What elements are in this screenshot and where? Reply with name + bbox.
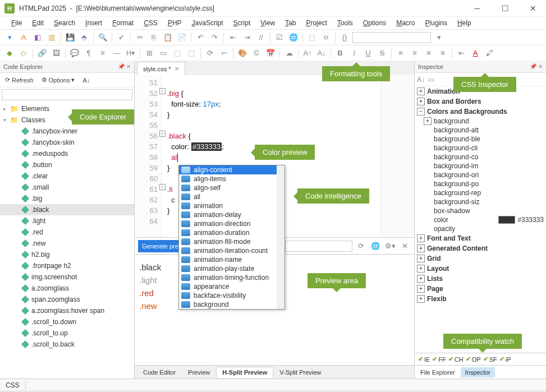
maximize-button[interactable]: ☐ (497, 4, 513, 13)
tree-class-item[interactable]: .scroll_to.down (0, 316, 134, 328)
fold-icon[interactable]: − (159, 88, 166, 94)
inspector-prop[interactable]: background-rep (415, 188, 546, 197)
autocomplete-item[interactable]: animation-timing-function (179, 273, 285, 282)
tree-class-item[interactable]: .fancybox-skin (0, 137, 134, 148)
tree-class-item[interactable]: a.zoomglass (0, 283, 134, 294)
inspector-prop[interactable]: color#333333 (415, 215, 546, 224)
inspector-section[interactable]: +Font and Text (415, 233, 546, 243)
tag2-icon[interactable]: ◇ (17, 47, 30, 59)
align-right-icon[interactable]: ≡ (423, 47, 435, 59)
autocomplete-item[interactable]: animation-fill-mode (179, 237, 285, 246)
preview-settings-icon[interactable]: ⚙▾ (384, 240, 396, 252)
autocomplete-item[interactable]: backface-visibility (179, 291, 285, 300)
autocomplete-item[interactable]: align-items (179, 174, 285, 183)
menu-macro[interactable]: Macro (392, 18, 419, 28)
inspector-prop[interactable]: background-ori (415, 170, 546, 179)
pin-icon[interactable]: 📌 (118, 63, 125, 70)
file-tab[interactable]: style.css * ✕ (137, 62, 185, 75)
menu-php[interactable]: PHP (163, 18, 186, 28)
comment-icon[interactable]: // (255, 31, 267, 44)
autocomplete-item[interactable]: align-self (179, 183, 285, 192)
menu-script[interactable]: Script (229, 18, 255, 28)
tool1-icon[interactable]: ⬚ (306, 31, 318, 44)
tool3-icon[interactable]: {} (338, 31, 351, 44)
refresh-icon[interactable]: ⟳ (204, 47, 216, 59)
bold-icon[interactable]: B (334, 47, 346, 59)
tag-icon[interactable]: ◆ (3, 47, 16, 59)
tree-class-item[interactable]: span.zoomglass (0, 294, 134, 305)
inspector-prop[interactable]: +background (415, 117, 546, 126)
close-panel-icon[interactable]: ✕ (126, 63, 131, 70)
autocomplete-item[interactable]: all (179, 192, 285, 201)
menu-search[interactable]: Search (49, 18, 80, 28)
inspector-section[interactable]: +Layout (415, 264, 546, 274)
close-panel-icon[interactable]: ✕ (538, 63, 543, 70)
inspector-prop[interactable]: background-cli (415, 144, 546, 153)
paste-icon[interactable]: 📋 (162, 31, 174, 44)
inspector-section[interactable]: +Generated Content (415, 243, 546, 253)
list-icon[interactable]: ≡ (97, 47, 109, 59)
sort-button[interactable]: A↓ (80, 76, 93, 85)
menu-view[interactable]: View (256, 18, 279, 28)
inspector-prop[interactable]: box-shadow (415, 206, 546, 215)
tree-class-item[interactable]: .button (0, 159, 134, 170)
menu-plugins[interactable]: Plugins (421, 18, 452, 28)
options-button[interactable]: ⚙ Options ▾ (39, 75, 78, 85)
tree-class-item[interactable]: .black (0, 204, 134, 215)
align-left-icon[interactable]: ≡ (394, 47, 407, 59)
autocomplete-item[interactable]: animation (179, 201, 285, 210)
fold-icon[interactable]: − (159, 131, 166, 137)
autocomplete-item[interactable]: animation-duration (179, 228, 285, 237)
menu-format[interactable]: Format (108, 18, 138, 28)
menu-css[interactable]: CSS (139, 18, 162, 28)
open-icon[interactable]: ▥ (45, 31, 58, 44)
browser-icon[interactable]: 🌐 (287, 31, 300, 44)
inspector-section[interactable]: +Flexib (415, 294, 546, 304)
link-icon[interactable]: 🔗 (36, 47, 48, 59)
tree-class-item[interactable]: .big (0, 193, 134, 204)
inspector-filter-icon[interactable]: ▭ (428, 76, 434, 84)
tree-class-item[interactable]: .meduspods (0, 148, 134, 159)
menu-options[interactable]: Options (359, 18, 391, 28)
tree-class-item[interactable]: .small (0, 182, 134, 193)
clipboard-icon[interactable]: 📄 (176, 31, 188, 44)
preview-dropdown[interactable] (285, 241, 352, 252)
italic-icon[interactable]: I (348, 47, 360, 59)
preview-close-icon[interactable]: ✕ (398, 240, 411, 252)
tree-class-item[interactable]: .new (0, 238, 134, 249)
right-tab[interactable]: Inspector (461, 367, 495, 377)
inspector-section[interactable]: +Page (415, 284, 546, 294)
inspector-section[interactable]: +Lists (415, 274, 546, 284)
close-tab-icon[interactable]: ✕ (175, 66, 179, 72)
tree-class-item[interactable]: .scroll_to.back (0, 339, 134, 350)
align-justify-icon[interactable]: ≡ (437, 47, 449, 59)
close-button[interactable]: ✕ (525, 4, 542, 13)
tree-class-item[interactable]: .fancybox-inner (0, 126, 134, 137)
menu-insert[interactable]: Insert (81, 18, 107, 28)
indent-right-icon[interactable]: ⇥ (241, 31, 253, 44)
editor-tab[interactable]: Code Editor (137, 367, 182, 378)
tree-class-item[interactable]: .clear (0, 170, 134, 182)
refresh-button[interactable]: ⟳ Refresh (2, 75, 36, 85)
para-icon[interactable]: ¶ (82, 47, 95, 59)
heading-icon[interactable]: H▾ (125, 47, 137, 59)
inspector-prop[interactable]: background-siz (415, 197, 546, 206)
tree-class-item[interactable]: .red (0, 227, 134, 238)
autocomplete-item[interactable]: animation-iteration-count (179, 246, 285, 255)
image-icon[interactable]: 🖼 (50, 47, 62, 59)
fold-icon[interactable]: − (159, 184, 166, 190)
new-html-icon[interactable]: A (17, 31, 30, 44)
inspector-prop[interactable]: background-im (415, 162, 546, 170)
find-icon[interactable]: 🔍 (97, 31, 109, 44)
new-php-icon[interactable]: ◧ (31, 31, 44, 44)
minimap[interactable] (380, 75, 414, 237)
undo-icon[interactable]: ↶ (194, 31, 207, 44)
char-icon[interactable]: © (250, 47, 263, 59)
autocomplete-item[interactable]: animation-delay (179, 210, 285, 219)
autocomplete-item[interactable]: animation-direction (179, 219, 285, 228)
right-tab[interactable]: File Explorer (416, 367, 460, 377)
menu-tools[interactable]: Tools (333, 18, 357, 28)
menu-help[interactable]: Help (453, 18, 476, 28)
autocomplete-scrollbar[interactable] (277, 165, 285, 309)
tree-class-item[interactable]: .frontpage h2 (0, 260, 134, 271)
